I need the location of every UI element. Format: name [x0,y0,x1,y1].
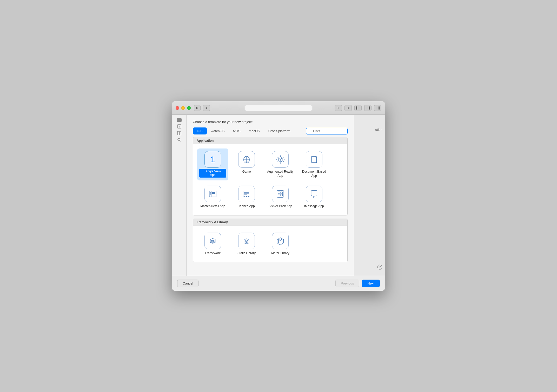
template-document-based-app[interactable]: Document Based App [299,148,330,180]
game-label: Game [242,170,251,174]
svg-rect-0 [356,106,357,110]
framework-library-templates-grid: Framework [193,226,347,262]
svg-point-22 [248,162,249,163]
document-based-app-label: Document Based App [301,170,328,178]
template-game[interactable]: Game [231,148,262,180]
sidebar [172,115,187,276]
sidebar-search-icon[interactable] [177,138,182,142]
single-view-app-icon: 1 [204,151,221,168]
sidebar-icon [356,106,360,110]
svg-point-34 [246,196,247,197]
template-imessage-app[interactable]: iMessage App [299,183,330,211]
cancel-button[interactable]: Cancel [177,280,198,287]
metal-library-icon [272,233,289,249]
titlebar-controls: + ⇥ [335,105,381,111]
master-detail-app-icon [204,186,221,202]
close-button[interactable] [176,106,179,110]
svg-point-23 [244,157,245,158]
static-library-icon [238,233,255,249]
main-layout: Choose a template for your new project: … [172,115,385,276]
template-static-library[interactable]: Static Library [231,230,262,258]
titlebar: ▶ ■ + ⇥ [172,101,385,115]
svg-rect-40 [278,192,280,194]
svg-rect-43 [281,194,283,196]
svg-point-21 [248,157,249,158]
svg-rect-42 [278,194,280,196]
ar-app-label: Augmented Reality App [267,170,294,178]
game-icon [238,151,255,168]
application-section: Application 1 Single View App [193,137,348,215]
sticker-pack-app-label: Sticker Pack App [269,204,292,208]
template-sticker-pack-app[interactable]: Sticker Pack App [265,183,296,211]
svg-rect-4 [376,106,377,110]
svg-rect-41 [281,192,283,194]
tab-macos[interactable]: macOS [244,127,264,134]
dialog-title: Choose a template for your new project: [193,120,348,124]
svg-text:?: ? [379,265,381,269]
main-window: ▶ ■ + ⇥ [172,101,385,291]
application-section-header: Application [193,137,347,144]
next-button[interactable]: Next [362,280,380,287]
sidebar-toggle-button[interactable] [354,105,362,111]
right-panel-text: ction [375,128,382,132]
svg-rect-5 [377,106,378,110]
svg-rect-1 [357,106,360,110]
editor-icon [376,106,380,110]
tabbed-app-label: Tabbed App [238,204,255,208]
svg-point-14 [178,138,180,141]
address-bar [245,105,312,111]
sticker-pack-app-icon [272,186,289,202]
framework-icon [204,233,221,249]
filter-wrapper: ⌘ [306,128,348,134]
metal-library-label: Metal Library [271,251,289,255]
svg-rect-39 [277,191,284,198]
template-metal-library[interactable]: Metal Library [265,230,296,258]
tab-tvos[interactable]: tvOS [229,127,244,134]
template-single-view-app[interactable]: 1 Single View App [197,148,228,180]
right-panel: ction ? [354,115,385,276]
imessage-app-icon [306,186,322,202]
framework-library-section: Framework & Library [193,219,348,262]
ar-app-icon [272,151,289,168]
svg-rect-12 [177,131,179,135]
tab-crossplatform[interactable]: Cross-platform [264,127,295,134]
tab-ios[interactable]: iOS [193,127,207,134]
maximize-button[interactable] [187,106,191,110]
framework-label: Framework [205,251,221,255]
filter-input[interactable] [306,128,348,134]
stop-button[interactable]: ■ [203,105,210,111]
minimize-button[interactable] [181,106,185,110]
svg-point-33 [244,196,245,197]
sidebar-inspector-icon[interactable] [177,131,182,136]
template-master-detail-app[interactable]: Master-Detail App [197,183,228,211]
svg-rect-3 [369,106,370,110]
inspector-toggle-button[interactable] [364,105,372,111]
address-bar-wrapper [245,105,312,111]
back-button[interactable]: ⇥ [344,105,352,111]
template-framework[interactable]: Framework [197,230,228,258]
master-detail-app-label: Master-Detail App [200,204,225,208]
add-button[interactable]: + [335,105,342,111]
svg-point-11 [179,127,180,128]
svg-rect-27 [212,192,215,194]
imessage-app-label: iMessage App [304,204,324,208]
svg-point-35 [248,196,249,197]
static-library-label: Static Library [237,251,256,255]
sidebar-folder-icon[interactable] [177,117,182,122]
svg-rect-13 [180,131,181,135]
editor-toggle-button[interactable] [374,105,381,111]
single-view-app-label: Single View App [199,169,226,178]
help-icon[interactable]: ? [377,265,382,270]
framework-library-section-header: Framework & Library [193,219,347,226]
tab-watchos[interactable]: watchOS [207,127,229,134]
sidebar-warning-icon[interactable] [177,124,182,129]
content-area: Choose a template for your new project: … [187,115,354,276]
traffic-lights [176,106,191,110]
template-tabbed-app[interactable]: Tabbed App [231,183,262,211]
svg-rect-6 [379,106,380,110]
play-button[interactable]: ▶ [194,105,201,111]
template-ar-app[interactable]: Augmented Reality App [265,148,296,180]
new-project-dialog: Choose a template for your new project: … [193,120,348,271]
tabs-row: iOS watchOS tvOS macOS Cross-platform ⌘ [193,127,348,134]
previous-button[interactable]: Previous [335,280,360,287]
